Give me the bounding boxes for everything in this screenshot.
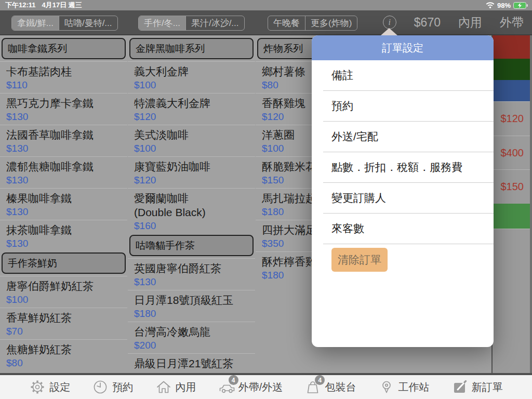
menu-item[interactable]: 抹茶咖啡拿鐵$130	[0, 220, 127, 251]
menu-item[interactable]: 榛果咖啡拿鐵$130	[0, 188, 127, 220]
menu-item[interactable]: 義大利金牌$100	[128, 61, 255, 93]
popover-arrow	[381, 28, 397, 35]
order-row[interactable]	[493, 204, 530, 229]
popover-item-highlighted-label: 清除訂單	[331, 248, 388, 272]
menu-item-name: 卡布基諾肉桂	[6, 64, 127, 78]
bottom-toolbar-label: 包裝台	[325, 380, 356, 394]
order-row[interactable]: $400	[493, 136, 530, 169]
bottom-toolbar-label: 新訂單	[472, 380, 503, 394]
menu-column-2: 金牌黑咖啡系列義大利金牌$100特濃義大利金牌$120美式淡咖啡$100康寶藍奶…	[128, 35, 255, 373]
menu-category-header[interactable]: 手作茶鮮奶	[2, 252, 126, 274]
menu-item[interactable]: 唐寧伯爵鮮奶紅茶$100	[0, 276, 127, 308]
status-date: 4月17日 週三	[42, 1, 82, 10]
popover-item-label: 來客數	[331, 221, 364, 236]
car-icon: 4	[218, 379, 235, 395]
bottom-toolbar-item[interactable]: 4包裝台	[304, 379, 356, 395]
bottom-toolbar-label: 外帶/外送	[238, 380, 283, 394]
menu-category-header[interactable]: 金牌黑咖啡系列	[129, 38, 254, 59]
category-tab[interactable]: 拿鐵/鮮...	[12, 16, 59, 30]
bottom-toolbar-label: 預約	[112, 380, 133, 394]
popover-item-label: 外送/宅配	[331, 129, 378, 144]
bottom-toolbar-item[interactable]: 內用	[155, 379, 196, 395]
order-panel-empty	[493, 229, 530, 373]
order-info-button[interactable]: i	[383, 16, 396, 29]
menu-item[interactable]: 特濃義大利金牌$120	[128, 93, 255, 125]
menu-category-header[interactable]: 咖啡拿鐵系列	[2, 38, 126, 59]
top-toolbar: 拿鐵/鮮...咕嚕/曼特/... 手作/冬...果汁/冰沙/... 午晚餐更多(…	[0, 10, 532, 35]
popover-item[interactable]: 備註	[323, 60, 494, 91]
compose-icon	[451, 379, 468, 395]
menu-item[interactable]: 台灣高冷嫩烏龍$200	[128, 322, 255, 353]
order-list-panel[interactable]: $120$400$150	[491, 35, 532, 373]
order-row[interactable]: $150	[493, 169, 530, 204]
menu-item-price: $130	[6, 142, 127, 155]
menu-item[interactable]: 美式淡咖啡$100	[128, 125, 255, 156]
menu-item[interactable]: 卡布基諾肉桂$110	[0, 61, 127, 93]
menu-item-name: 台灣高冷嫩烏龍	[134, 325, 255, 339]
bottom-toolbar-item[interactable]: 設定	[29, 379, 70, 395]
menu-item[interactable]: 英國唐寧伯爵紅茶$130	[128, 258, 255, 290]
category-tab[interactable]: 更多(炸物)	[305, 16, 357, 30]
takeout-button[interactable]: 外帶	[500, 15, 524, 31]
menu-item[interactable]: 愛爾蘭咖啡 (Double Black)$160	[128, 188, 255, 234]
menu-item-price: $180	[134, 307, 255, 320]
menu-item-name: 抹茶咖啡拿鐵	[6, 223, 127, 237]
menu-item-price: $100	[134, 78, 255, 91]
bottom-toolbar-item[interactable]: 新訂單	[451, 379, 503, 395]
menu-item-price: $130	[6, 237, 127, 250]
order-row[interactable]	[493, 80, 530, 101]
order-row[interactable]: $120	[493, 101, 530, 136]
menu-category-header[interactable]: 咕嚕貓手作茶	[129, 235, 254, 256]
popover-item[interactable]: 點數．折扣．稅額．服務費	[323, 152, 494, 183]
menu-column-1: 咖啡拿鐵系列卡布基諾肉桂$110黑巧克力摩卡拿鐵$130法國香草咖啡拿鐵$130…	[0, 35, 127, 373]
menu-item-name: 特濃義大利金牌	[134, 96, 255, 110]
bottom-toolbar-item[interactable]: 4外帶/外送	[218, 379, 283, 395]
pos-app-screen: 下午12:11 4月17日 週三 98% 拿鐵/鮮...咕	[0, 0, 532, 399]
menu-item[interactable]: 鼎級日月潭21號紅茶$300	[128, 353, 255, 373]
menu-item-price: $80	[6, 356, 127, 369]
popover-item[interactable]: 外送/宅配	[323, 122, 494, 152]
dine-in-button[interactable]: 內用	[458, 15, 482, 31]
menu-item-price: $160	[134, 219, 255, 232]
menu-item[interactable]: 黑巧克力摩卡拿鐵$130	[0, 93, 127, 125]
menu-item[interactable]: 日月潭18號頂級紅玉$180	[128, 290, 255, 322]
category-tab[interactable]: 咕嚕/曼特/...	[59, 16, 117, 30]
popover-item[interactable]: 來客數	[323, 214, 494, 244]
popover-item[interactable]: 變更訂購人	[323, 183, 494, 214]
menu-item[interactable]: 法國香草咖啡拿鐵$130	[0, 125, 127, 156]
popover-title: 訂單設定	[312, 35, 494, 60]
battery-icon	[513, 2, 528, 9]
category-segmented-control-1: 拿鐵/鮮...咕嚕/曼特/...	[11, 16, 118, 31]
category-tab[interactable]: 果汁/冰沙/...	[185, 16, 244, 30]
popover-item-label: 備註	[331, 68, 353, 83]
menu-item[interactable]: 濃郁焦糖咖啡拿鐵$130	[0, 156, 127, 188]
popover-item[interactable]: 清除訂單	[323, 244, 494, 275]
wifi-icon	[486, 2, 495, 8]
menu-item-name: 唐寧伯爵鮮奶紅茶	[6, 279, 127, 293]
menu-item[interactable]: 康寶藍奶油咖啡$120	[128, 156, 255, 188]
category-segmented-control-3: 午晚餐更多(炸物)	[268, 16, 357, 31]
menu-item-price: $130	[6, 205, 127, 218]
bottom-toolbar-item[interactable]: 工作站	[378, 379, 430, 395]
order-row[interactable]	[493, 35, 530, 59]
category-tab[interactable]: 午晚餐	[268, 16, 305, 30]
bag-icon: 4	[304, 379, 321, 395]
popover-item-label: 預約	[331, 99, 353, 113]
category-tab[interactable]: 手作/冬...	[139, 16, 185, 30]
house-icon	[155, 379, 172, 395]
menu-item-price: $70	[6, 325, 127, 338]
menu-item[interactable]: 焦糖鮮奶紅茶$80	[0, 339, 127, 371]
menu-item-name: 焦糖鮮奶紅茶	[6, 342, 127, 356]
popover-item-label: 變更訂購人	[331, 191, 386, 205]
order-total: $670	[414, 16, 441, 30]
menu-item-price: $130	[134, 275, 255, 288]
bottom-toolbar-item[interactable]: 預約	[92, 379, 133, 395]
pin-icon	[378, 379, 395, 395]
menu-item-price: $130	[6, 110, 127, 123]
popover-item[interactable]: 預約	[323, 91, 494, 122]
order-row[interactable]	[493, 59, 530, 80]
menu-item-price: $120	[134, 174, 255, 187]
menu-item-name: 美式淡咖啡	[134, 128, 255, 142]
menu-item[interactable]: 香草鮮奶紅茶$70	[0, 308, 127, 339]
menu-item-name: 康寶藍奶油咖啡	[134, 159, 255, 174]
